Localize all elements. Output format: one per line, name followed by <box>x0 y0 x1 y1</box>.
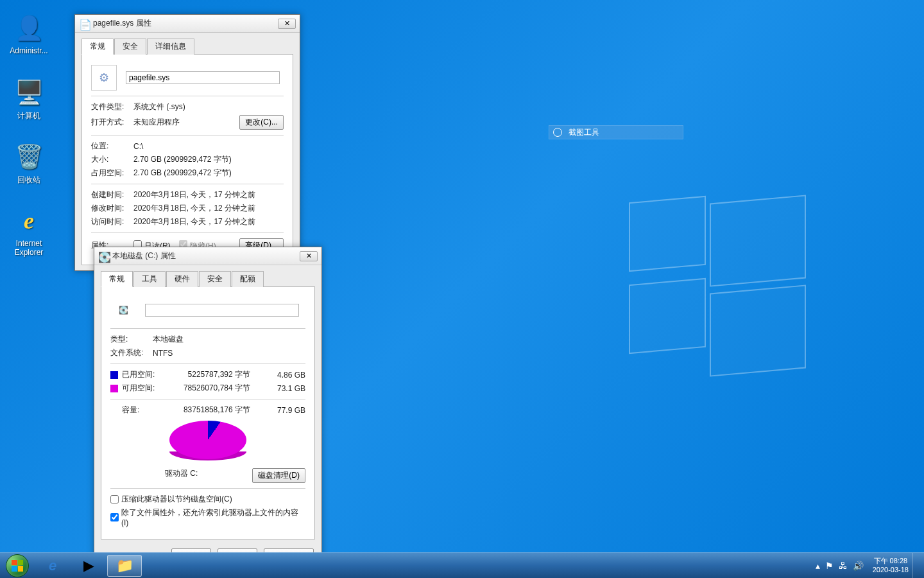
tab-pane-general: ⚙ 文件类型:系统文件 (.sys) 打开方式:未知应用程序更改(C)... 位… <box>81 55 293 265</box>
desktop-icon-computer[interactable]: 🖥️ 计算机 <box>5 77 53 121</box>
tray-chevron-up-icon[interactable]: ▴ <box>816 561 820 571</box>
snip-icon <box>553 128 562 137</box>
window-title: pagefile.sys 属性 <box>93 18 278 29</box>
label-created: 创建时间: <box>91 189 133 200</box>
close-button[interactable]: ✕ <box>300 251 318 261</box>
label-accessed: 访问时间: <box>91 216 133 227</box>
tab-security[interactable]: 安全 <box>114 39 146 55</box>
value-used-bytes: 5225787,392 字节 <box>160 369 250 380</box>
tab-pane-general: 💽 类型:本地磁盘 文件系统:NTFS 已用空间: 5225787,392 字节… <box>101 287 315 539</box>
desktop-icon-administrator[interactable]: 👤 Administr... <box>5 13 53 55</box>
value-free-bytes: 78526070,784 字节 <box>160 383 250 394</box>
desktop-icon-label: 计算机 <box>5 110 53 121</box>
close-button[interactable]: ✕ <box>278 19 296 29</box>
drive-letter-label: 驱动器 C: <box>110 468 252 479</box>
drive-label-input[interactable] <box>145 304 299 317</box>
tray-network-icon[interactable]: 🖧 <box>839 561 848 571</box>
desktop-icon-label: Internet Explorer <box>5 239 53 257</box>
desktop[interactable]: 👤 Administr... 🖥️ 计算机 🗑️ 回收站 e Internet … <box>0 0 924 578</box>
checkbox-index[interactable] <box>110 513 119 521</box>
value-sizeondisk: 2.70 GB (2909929,472 字节) <box>133 168 284 179</box>
label-size: 大小: <box>91 154 133 165</box>
tab-details[interactable]: 详细信息 <box>147 39 194 55</box>
value-filesystem: NTFS <box>153 349 305 358</box>
window-pagefile-properties: 📄 pagefile.sys 属性 ✕ 常规 安全 详细信息 ⚙ 文件类型:系统… <box>74 14 300 271</box>
checkbox-compress[interactable] <box>110 495 119 504</box>
ie-icon: e <box>13 206 44 236</box>
label-capacity: 容量: <box>110 405 160 416</box>
filename-input[interactable] <box>126 71 280 84</box>
titlebar[interactable]: 📄 pagefile.sys 属性 ✕ <box>75 15 300 33</box>
taskbar-ie[interactable]: e <box>35 555 70 577</box>
change-button[interactable]: 更改(C)... <box>239 115 284 130</box>
sysfile-icon: ⚙ <box>91 65 117 91</box>
label-type: 类型: <box>110 334 153 345</box>
computer-icon: 🖥️ <box>13 77 44 108</box>
tab-security[interactable]: 安全 <box>199 271 231 287</box>
tray-volume-icon[interactable]: 🔊 <box>853 561 864 571</box>
windows-logo-watermark <box>629 199 809 366</box>
value-openwith: 未知应用程序 <box>133 117 239 128</box>
tab-general[interactable]: 常规 <box>101 271 133 287</box>
desktop-icon-recycle-bin[interactable]: 🗑️ 回收站 <box>5 141 53 186</box>
value-modified: 2020年3月18日, 今天，12 分钟之前 <box>133 203 284 214</box>
label-openwith: 打开方式: <box>91 117 133 128</box>
value-created: 2020年3月18日, 今天，17 分钟之前 <box>133 189 284 200</box>
show-desktop-button[interactable] <box>912 553 920 579</box>
value-capacity-gb: 77.9 GB <box>250 406 305 415</box>
taskbar: e ▶ 📁 ▴ ⚑ 🖧 🔊 下午 08:28 2020-03-18 <box>0 552 924 578</box>
system-tray: ▴ ⚑ 🖧 🔊 下午 08:28 2020-03-18 <box>813 553 924 579</box>
label-free: 可用空间: <box>122 383 160 394</box>
value-accessed: 2020年3月18日, 今天，17 分钟之前 <box>133 216 284 227</box>
desktop-icon-ie[interactable]: e Internet Explorer <box>5 206 53 257</box>
desktop-icon-label: Administr... <box>5 46 53 55</box>
label-filesystem: 文件系统: <box>110 347 153 358</box>
legend-free-icon <box>110 385 118 392</box>
tab-hardware[interactable]: 硬件 <box>166 271 198 287</box>
label-modified: 修改时间: <box>91 203 133 214</box>
label-sizeondisk: 占用空间: <box>91 168 133 179</box>
window-disk-properties: 💽 本地磁盘 (C:) 属性 ✕ 常规 工具 硬件 安全 配额 💽 类型:本地磁… <box>94 247 322 572</box>
value-location: C:\ <box>133 142 284 151</box>
tray-flag-icon[interactable]: ⚑ <box>825 561 834 571</box>
file-icon: 📄 <box>79 19 89 29</box>
tab-quota[interactable]: 配额 <box>232 271 264 287</box>
label-index: 除了文件属性外，还允许索引此驱动器上文件的内容(I) <box>121 507 305 527</box>
start-button[interactable] <box>0 553 35 579</box>
label-compress: 压缩此驱动器以节约磁盘空间(C) <box>121 494 232 505</box>
value-free-gb: 73.1 GB <box>250 384 305 393</box>
tabs: 常规 安全 详细信息 <box>81 38 293 55</box>
label-filetype: 文件类型: <box>91 101 133 112</box>
tab-general[interactable]: 常规 <box>81 39 114 55</box>
clock-time: 下午 08:28 <box>873 557 909 565</box>
user-icon: 👤 <box>13 13 44 44</box>
desktop-icon-label: 回收站 <box>5 175 53 186</box>
value-type: 本地磁盘 <box>153 334 305 345</box>
tray-clock[interactable]: 下午 08:28 2020-03-18 <box>873 557 909 574</box>
value-size: 2.70 GB (2909929,472 字节) <box>133 154 284 165</box>
value-capacity-bytes: 83751858,176 字节 <box>160 405 250 416</box>
value-used-gb: 4.86 GB <box>250 371 305 380</box>
taskbar-explorer[interactable]: 📁 <box>107 555 142 577</box>
window-title: 本地磁盘 (C:) 属性 <box>112 250 300 261</box>
drive-large-icon: 💽 <box>110 297 136 323</box>
tab-tools[interactable]: 工具 <box>133 271 166 287</box>
legend-used-icon <box>110 371 118 379</box>
tabs: 常规 工具 硬件 安全 配额 <box>101 270 315 287</box>
snip-label: 截图工具 <box>569 127 599 138</box>
snipping-tool-bar[interactable]: 截图工具 <box>549 125 683 139</box>
value-filetype: 系统文件 (.sys) <box>133 101 284 112</box>
disk-usage-pie-chart <box>169 421 246 466</box>
taskbar-media-player[interactable]: ▶ <box>71 555 106 577</box>
titlebar[interactable]: 💽 本地磁盘 (C:) 属性 ✕ <box>94 247 321 265</box>
clock-date: 2020-03-18 <box>873 566 909 574</box>
trash-icon: 🗑️ <box>13 141 44 172</box>
disk-cleanup-button[interactable]: 磁盘清理(D) <box>252 468 305 483</box>
label-used: 已用空间: <box>122 369 160 380</box>
label-location: 位置: <box>91 141 133 152</box>
drive-icon: 💽 <box>98 251 108 261</box>
